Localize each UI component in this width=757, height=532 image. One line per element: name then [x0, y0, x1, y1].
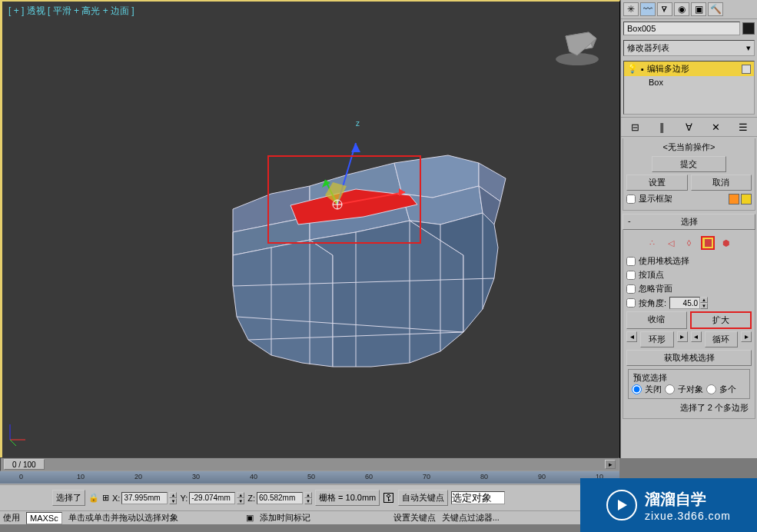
frame-color-1[interactable]	[729, 194, 739, 204]
spinner-up-icon[interactable]: ▲	[700, 297, 708, 303]
y-input[interactable]	[189, 492, 235, 504]
frame-color-2[interactable]	[741, 194, 752, 204]
angle-input[interactable]	[669, 297, 700, 309]
settings-button[interactable]: 设置	[626, 175, 688, 191]
utilities-tab-icon[interactable]: 🔨	[708, 2, 723, 16]
preview-subobj-label: 子对象	[678, 384, 703, 395]
modifier-edit-poly[interactable]: 💡 ▪ 编辑多边形	[624, 62, 754, 76]
z-label: Z:	[247, 494, 255, 503]
z-input[interactable]	[257, 492, 303, 504]
preview-off-radio[interactable]	[632, 384, 642, 394]
preview-multi-radio[interactable]	[706, 384, 716, 394]
ring-next-icon[interactable]: ▸	[677, 331, 688, 342]
selection-rollout-header[interactable]: - 选择	[623, 214, 755, 230]
spinner-down-icon[interactable]: ▼	[304, 498, 312, 504]
spinner-up-icon[interactable]: ▲	[237, 492, 244, 498]
show-end-result-icon[interactable]: ‖	[656, 120, 669, 134]
timeline-ruler[interactable]: 0 10 20 30 40 50 60 70 80 90 10	[0, 471, 619, 484]
use-stack-sel-checkbox[interactable]	[626, 257, 636, 266]
create-tab-icon[interactable]: ✳	[623, 2, 639, 16]
selected-obj-input[interactable]	[451, 491, 505, 504]
modifier-stack[interactable]: 💡 ▪ 编辑多边形 Box	[623, 61, 755, 115]
show-frame-checkbox[interactable]	[626, 195, 636, 204]
expand-icon[interactable]: ▪	[641, 65, 644, 74]
autokey-button[interactable]: 自动关键点	[398, 490, 448, 506]
get-stack-sel-button[interactable]: 获取堆栈选择	[626, 350, 752, 366]
ignore-backfacing-checkbox[interactable]	[626, 284, 636, 294]
modifier-box[interactable]: Box	[624, 76, 754, 88]
ignore-backfacing-label: 忽略背面	[639, 283, 672, 294]
tag-icon[interactable]: ▣	[246, 513, 254, 523]
remove-modifier-icon[interactable]: ✕	[709, 120, 723, 134]
play-icon	[606, 490, 637, 520]
modifier-list-dropdown[interactable]: 修改器列表 ▾	[623, 40, 755, 56]
by-vertex-checkbox[interactable]	[626, 271, 636, 280]
selected-label: 选择了	[52, 490, 85, 506]
by-angle-label: 按角度:	[639, 298, 666, 309]
tick: 50	[307, 473, 315, 480]
vertex-select-icon[interactable]: ∴	[646, 236, 659, 250]
loop-next-icon[interactable]: ▸	[741, 331, 752, 342]
commit-button[interactable]: 提交	[652, 156, 727, 172]
spinner-down-icon[interactable]: ▼	[169, 498, 177, 504]
spinner-up-icon[interactable]: ▲	[169, 492, 177, 498]
slider-end-icon[interactable]: ▸	[605, 460, 616, 469]
svg-marker-40	[618, 500, 627, 510]
preview-subobj-radio[interactable]	[665, 384, 675, 394]
collapse-icon: -	[628, 216, 631, 225]
display-tab-icon[interactable]: ▣	[691, 2, 706, 16]
ring-button[interactable]: 环形	[640, 331, 674, 347]
use-stack-sel-label: 使用堆栈选择	[639, 255, 689, 267]
lightbulb-icon[interactable]: 💡	[627, 64, 638, 74]
set-key-button[interactable]: 设置关键点	[393, 512, 436, 524]
watermark-title: 溜溜自学	[645, 489, 731, 510]
modifier-label: Box	[649, 78, 663, 87]
preview-sel-label: 预览选择	[632, 372, 669, 384]
modifier-toggle-icon[interactable]	[742, 65, 751, 74]
ring-prev-icon[interactable]: ◂	[626, 331, 637, 342]
slider-thumb[interactable]: 0 / 100	[4, 459, 45, 470]
x-input[interactable]	[121, 492, 168, 504]
add-time-tag[interactable]: 添加时间标记	[260, 512, 310, 524]
tick: 20	[134, 473, 142, 480]
loop-button[interactable]: 循环	[705, 331, 739, 347]
isolate-icon[interactable]: ⊞	[102, 493, 109, 503]
cancel-button[interactable]: 取消	[691, 175, 752, 191]
by-angle-checkbox[interactable]	[626, 298, 636, 308]
rollout-title: 选择	[681, 217, 698, 226]
selection-marquee	[267, 155, 421, 244]
key-filter-button[interactable]: 关键点过滤器...	[442, 512, 500, 524]
object-color-swatch[interactable]	[742, 22, 755, 35]
tick: 10	[77, 473, 85, 480]
object-name-input[interactable]	[623, 22, 740, 35]
hierarchy-tab-icon[interactable]: ⛛	[657, 2, 672, 16]
grow-button[interactable]: 扩大	[690, 311, 752, 329]
shrink-button[interactable]: 收缩	[626, 311, 687, 329]
svg-rect-39	[705, 239, 712, 247]
edge-select-icon[interactable]: ◁	[664, 236, 678, 250]
watermark-url: zixue.3d66.com	[645, 510, 731, 522]
loop-prev-icon[interactable]: ◂	[691, 331, 702, 342]
spinner-down-icon[interactable]: ▼	[700, 303, 708, 309]
spinner-up-icon[interactable]: ▲	[304, 492, 312, 498]
viewcube[interactable]	[550, 17, 604, 71]
element-select-icon[interactable]: ⬢	[719, 236, 733, 250]
pin-stack-icon[interactable]: ⊟	[629, 120, 642, 134]
border-select-icon[interactable]: ◊	[682, 236, 696, 250]
motion-tab-icon[interactable]: ◉	[674, 2, 689, 16]
tick: 30	[192, 473, 200, 480]
spinner-down-icon[interactable]: ▼	[237, 498, 244, 504]
show-frame-label: 显示框架	[639, 193, 672, 204]
polygon-select-icon[interactable]	[701, 236, 715, 250]
key-icon[interactable]: ⚿	[383, 491, 395, 505]
tick: 0	[19, 473, 23, 480]
time-slider[interactable]: 0 / 100 ▸	[0, 457, 619, 471]
configure-icon[interactable]: ☰	[736, 120, 750, 134]
make-unique-icon[interactable]: ∀	[682, 120, 696, 134]
panel-tabs: ✳ 〰 ⛛ ◉ ▣ 🔨	[621, 0, 757, 19]
tick: 60	[365, 473, 373, 480]
chevron-down-icon: ▾	[746, 43, 751, 53]
viewport-perspective[interactable]: [ + ] 透视 [ 平滑 + 高光 + 边面 ]	[0, 0, 620, 458]
lock-icon[interactable]: 🔒	[88, 493, 99, 503]
modify-tab-icon[interactable]: 〰	[640, 2, 656, 16]
